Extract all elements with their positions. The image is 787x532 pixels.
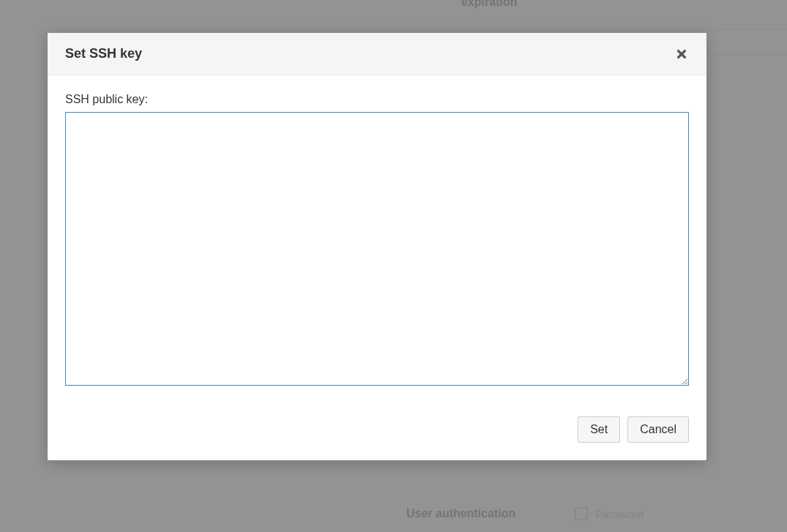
modal-title: Set SSH key xyxy=(65,46,142,61)
ssh-public-key-label: SSH public key: xyxy=(65,93,689,106)
set-button[interactable]: Set xyxy=(578,416,620,443)
set-ssh-key-modal: Set SSH key SSH public key: Set Cancel xyxy=(48,33,706,460)
modal-footer: Set Cancel xyxy=(48,406,706,460)
ssh-public-key-textarea[interactable] xyxy=(65,112,689,386)
modal-body: SSH public key: xyxy=(48,75,706,406)
modal-header: Set SSH key xyxy=(48,33,706,75)
cancel-button[interactable]: Cancel xyxy=(627,416,689,443)
close-icon[interactable] xyxy=(674,47,689,61)
